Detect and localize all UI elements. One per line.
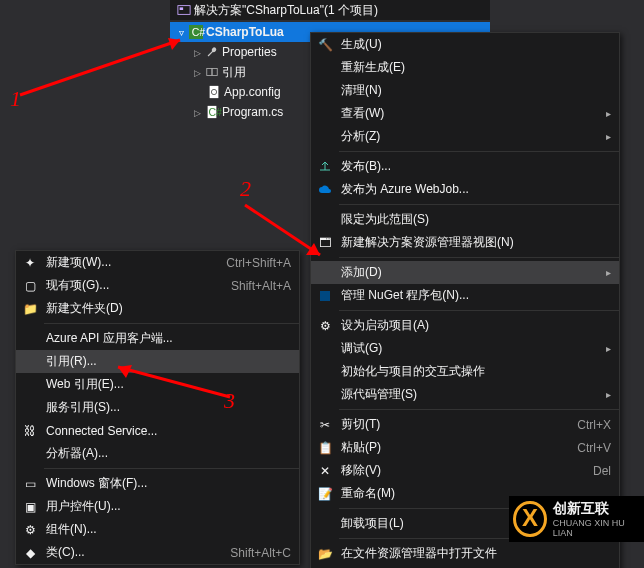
menu-build[interactable]: 🔨生成(U)	[311, 33, 619, 56]
csharp-project-icon: C#	[189, 25, 203, 39]
watermark-logo: 创新互联 CHUANG XIN HU LIAN	[509, 496, 644, 542]
submenu-newfolder[interactable]: 📁新建文件夹(D)	[16, 297, 299, 320]
gear-icon: ⚙	[315, 317, 335, 335]
paste-icon: 📋	[315, 439, 335, 457]
cloud-icon	[315, 181, 335, 199]
chevron-down-icon[interactable]	[176, 25, 186, 39]
properties-label: Properties	[222, 45, 277, 59]
folder-open-icon: 📂	[315, 545, 335, 563]
separator	[339, 151, 619, 152]
annotation-number-1: 1	[10, 86, 21, 112]
submenu-usercontrol[interactable]: ▣用户控件(U)...	[16, 495, 299, 518]
menu-analyze[interactable]: 分析(Z)	[311, 125, 619, 148]
menu-explorer[interactable]: 📂在文件资源管理器中打开文件	[311, 542, 619, 565]
menu-nuget[interactable]: 管理 NuGet 程序包(N)...	[311, 284, 619, 307]
logo-icon	[513, 501, 547, 537]
menu-publish[interactable]: 发布(B)...	[311, 155, 619, 178]
chevron-right-icon[interactable]	[192, 45, 202, 59]
hammer-icon: 🔨	[315, 36, 335, 54]
svg-rect-4	[207, 69, 212, 76]
add-submenu: ✦新建项(W)...Ctrl+Shift+A ▢现有项(G)...Shift+A…	[15, 250, 300, 565]
remove-icon: ✕	[315, 462, 335, 480]
solution-icon	[177, 3, 191, 17]
menu-cut[interactable]: ✂剪切(T)Ctrl+X	[311, 413, 619, 436]
newitem-icon: ✦	[20, 254, 40, 272]
menu-azure-webjob[interactable]: 发布为 Azure WebJob...	[311, 178, 619, 201]
separator	[44, 323, 299, 324]
references-label: 引用	[222, 64, 246, 81]
submenu-analyzer[interactable]: 分析器(A)...	[16, 442, 299, 465]
connected-icon: ⛓	[20, 422, 40, 440]
csharp-file-icon: C#	[205, 105, 219, 119]
newfolder-icon: 📁	[20, 300, 40, 318]
project-context-menu: 🔨生成(U) 重新生成(E) 清理(N) 查看(W) 分析(Z) 发布(B)..…	[310, 32, 620, 568]
submenu-component[interactable]: ⚙组件(N)...	[16, 518, 299, 541]
chevron-right-icon[interactable]	[192, 105, 202, 119]
annotation-arrow-1	[10, 30, 190, 100]
rename-icon: 📝	[315, 485, 335, 503]
menu-paste: 📋粘贴(P)Ctrl+V	[311, 436, 619, 459]
usercontrol-icon: ▣	[20, 498, 40, 516]
project-name: CSharpToLua	[206, 25, 284, 39]
annotation-number-2: 2	[240, 176, 251, 202]
menu-newview[interactable]: 🗔新建解决方案资源管理器视图(N)	[311, 231, 619, 254]
annotation-number-3: 3	[224, 388, 235, 414]
submenu-existing[interactable]: ▢现有项(G)...Shift+Alt+A	[16, 274, 299, 297]
programcs-label: Program.cs	[222, 105, 283, 119]
menu-scope[interactable]: 限定为此范围(S)	[311, 208, 619, 231]
solution-title-row[interactable]: 解决方案"CSharpToLua"(1 个项目)	[170, 0, 490, 20]
menu-remove[interactable]: ✕移除(V)Del	[311, 459, 619, 482]
svg-rect-10	[320, 291, 330, 301]
svg-text:C#: C#	[192, 26, 206, 38]
form-icon: ▭	[20, 475, 40, 493]
menu-source[interactable]: 源代码管理(S)	[311, 383, 619, 406]
svg-line-13	[245, 205, 320, 255]
submenu-webref: Web 引用(E)...	[16, 373, 299, 396]
newview-icon: 🗔	[315, 234, 335, 252]
logo-subtext: CHUANG XIN HU LIAN	[553, 518, 640, 538]
menu-startup[interactable]: ⚙设为启动项目(A)	[311, 314, 619, 337]
chevron-right-icon[interactable]	[192, 65, 202, 79]
separator	[339, 310, 619, 311]
logo-text: 创新互联	[553, 500, 640, 518]
submenu-winforms[interactable]: ▭Windows 窗体(F)...	[16, 472, 299, 495]
appconfig-label: App.config	[224, 85, 281, 99]
cut-icon: ✂	[315, 416, 335, 434]
separator	[339, 204, 619, 205]
submenu-class[interactable]: ◆类(C)...Shift+Alt+C	[16, 541, 299, 564]
submenu-connected[interactable]: ⛓Connected Service...	[16, 419, 299, 442]
separator	[339, 409, 619, 410]
wrench-icon	[205, 45, 219, 59]
publish-icon	[315, 158, 335, 176]
existing-icon: ▢	[20, 277, 40, 295]
config-file-icon	[207, 85, 221, 99]
submenu-reference[interactable]: 引用(R)...	[16, 350, 299, 373]
menu-add[interactable]: 添加(D)	[311, 261, 619, 284]
submenu-serviceref[interactable]: 服务引用(S)...	[16, 396, 299, 419]
menu-rebuild[interactable]: 重新生成(E)	[311, 56, 619, 79]
submenu-azureapi[interactable]: Azure API 应用客户端...	[16, 327, 299, 350]
solution-title: 解决方案"CSharpToLua"(1 个项目)	[194, 2, 378, 19]
references-icon	[205, 65, 219, 79]
svg-rect-1	[180, 7, 184, 10]
component-icon: ⚙	[20, 521, 40, 539]
class-icon: ◆	[20, 544, 40, 562]
menu-view[interactable]: 查看(W)	[311, 102, 619, 125]
menu-interactive[interactable]: 初始化与项目的交互式操作	[311, 360, 619, 383]
menu-clean[interactable]: 清理(N)	[311, 79, 619, 102]
menu-debug[interactable]: 调试(G)	[311, 337, 619, 360]
svg-line-11	[20, 40, 180, 95]
nuget-icon	[315, 287, 335, 305]
svg-text:C#: C#	[209, 106, 223, 118]
separator	[339, 257, 619, 258]
svg-rect-5	[212, 69, 217, 76]
submenu-newitem[interactable]: ✦新建项(W)...Ctrl+Shift+A	[16, 251, 299, 274]
separator	[44, 468, 299, 469]
